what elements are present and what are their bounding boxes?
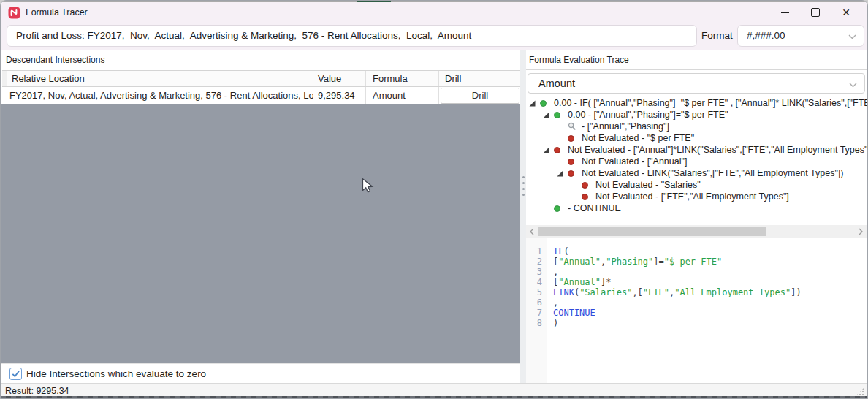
scrollbar-thumb[interactable] <box>538 227 766 236</box>
cell-drill: Drill <box>439 87 520 104</box>
drill-button[interactable]: Drill <box>441 88 519 104</box>
trace-item-text: Not Evaluated - "$ per FTE" <box>582 133 694 143</box>
chevron-down-icon <box>849 83 857 88</box>
window-header: Formula Tracer ✕ Profit and Loss: FY2017… <box>1 2 867 50</box>
format-label: Format <box>701 25 733 47</box>
evaluated-dot-icon <box>554 112 564 118</box>
trace-item-text: Not Evaluated - "Salaries" <box>595 180 701 190</box>
column-header-value[interactable]: Value <box>313 71 366 86</box>
empty-grid-area <box>1 104 520 363</box>
code-line: , <box>553 297 868 308</box>
resize-grip-icon[interactable] <box>856 387 864 396</box>
formula-evaluation-trace-panel: Formula Evaluation Trace Amount 0.00 - I… <box>526 50 868 383</box>
scroll-left-arrow-icon[interactable] <box>528 227 536 235</box>
magnifier-icon <box>568 122 578 131</box>
checkmark-icon <box>11 369 20 379</box>
minimize-button[interactable] <box>769 2 800 23</box>
code-line: ) <box>553 318 868 328</box>
close-icon: ✕ <box>842 7 850 18</box>
format-select[interactable]: #,###.00 <box>737 25 864 47</box>
cell-relative-location: FY2017, Nov, Actual, Advertising & Marke… <box>7 87 313 104</box>
trace-item-text: 0.00 - ["Annual","Phasing"]="$ per FTE" <box>568 110 728 120</box>
line-number: 2 <box>526 256 547 267</box>
trace-tree-item[interactable]: Not Evaluated - "$ per FTE" <box>526 132 868 144</box>
panel-splitter[interactable] <box>520 50 526 383</box>
close-button[interactable]: ✕ <box>831 2 861 23</box>
trace-tree-item[interactable]: - CONTINUE <box>526 202 868 214</box>
left-panel-title: Descendant Intersections <box>6 55 104 65</box>
line-number: 7 <box>526 308 547 318</box>
divider <box>526 69 868 70</box>
not-evaluated-dot-icon <box>568 159 578 165</box>
chevron-down-icon <box>848 34 856 39</box>
line-number: 1 <box>526 246 547 256</box>
table-row[interactable]: FY2017, Nov, Actual, Advertising & Marke… <box>2 87 520 104</box>
trace-item-text: 0.00 - IF( ["Annual","Phasing"]="$ per F… <box>554 98 868 108</box>
trace-tree-item[interactable]: Not Evaluated - ["FTE","All Employment T… <box>526 191 868 202</box>
line-number: 3 <box>526 267 547 277</box>
code-line: ["Annual","Phasing"]="$ per FTE" <box>553 256 868 267</box>
background-bleed-bottom <box>1 396 867 398</box>
not-evaluated-dot-icon <box>554 147 564 153</box>
column-header-drill[interactable]: Drill <box>439 71 520 86</box>
context-input-value: Profit and Loss: FY2017, Nov, Actual, Ad… <box>7 26 696 46</box>
cell-formula: Amount <box>366 87 439 104</box>
trace-tree-item[interactable]: - ["Annual","Phasing"] <box>526 121 868 132</box>
hide-zero-row: Hide Intersections which evaluate to zer… <box>1 363 520 384</box>
hide-zero-label: Hide Intersections which evaluate to zer… <box>26 364 206 384</box>
line-number: 4 <box>526 277 547 287</box>
right-panel-title: Formula Evaluation Trace <box>529 55 629 65</box>
tree-horizontal-scrollbar[interactable] <box>526 225 867 238</box>
row-header-gutter <box>2 71 7 86</box>
tree-expander-icon[interactable] <box>557 170 568 177</box>
tree-expander-icon[interactable] <box>529 100 540 107</box>
not-evaluated-dot-icon <box>568 170 578 177</box>
splitter-grip-icon <box>522 176 525 178</box>
trace-tree-item[interactable]: Not Evaluated - "Salaries" <box>526 179 868 191</box>
code-line: ["Annual"]* <box>553 277 868 287</box>
code-line: IF( <box>553 246 868 256</box>
not-evaluated-dot-icon <box>582 194 592 200</box>
code-lines: IF(["Annual","Phasing"]="$ per FTE",["An… <box>553 238 868 392</box>
grid-header-row: Relative Location Value Formula Drill <box>2 70 520 87</box>
window-title: Formula Tracer <box>26 2 88 23</box>
trace-item-text: Not Evaluated - ["FTE","All Employment T… <box>595 191 789 202</box>
formula-code-editor[interactable]: 12345678 IF(["Annual","Phasing"]="$ per … <box>526 238 868 383</box>
tree-expander-icon[interactable] <box>543 112 554 118</box>
hide-zero-checkbox[interactable] <box>9 368 22 380</box>
descendant-intersections-panel: Descendant Intersections Relative Locati… <box>1 50 520 383</box>
app-logo-icon <box>8 7 20 19</box>
trace-item-text: - ["Annual","Phasing"] <box>582 121 669 132</box>
row-header-gutter <box>2 87 7 104</box>
trace-target-select[interactable]: Amount <box>528 73 865 94</box>
maximize-button[interactable] <box>800 2 831 23</box>
column-header-relative-location[interactable]: Relative Location <box>7 71 313 86</box>
code-line: , <box>553 267 868 277</box>
trace-tree-item[interactable]: Not Evaluated - ["Annual"]*LINK("Salarie… <box>526 144 868 156</box>
maximize-icon <box>811 8 820 17</box>
not-evaluated-dot-icon <box>582 182 592 189</box>
context-input[interactable]: Profit and Loss: FY2017, Nov, Actual, Ad… <box>7 25 697 47</box>
trace-tree-item[interactable]: Not Evaluated - ["Annual"] <box>526 156 868 167</box>
minimize-icon <box>781 12 789 13</box>
trace-item-text: - CONTINUE <box>568 203 621 213</box>
not-evaluated-dot-icon <box>568 135 578 142</box>
line-number-gutter: 12345678 <box>526 238 547 383</box>
format-select-value: #,###.00 <box>738 26 864 46</box>
trace-item-text: Not Evaluated - ["Annual"]*LINK("Salarie… <box>568 145 868 155</box>
trace-tree-item[interactable]: 0.00 - ["Annual","Phasing"]="$ per FTE" <box>526 109 868 121</box>
window-controls: ✕ <box>769 2 861 23</box>
trace-item-text: Not Evaluated - LINK("Salaries",["FTE","… <box>582 168 843 178</box>
line-number: 5 <box>526 287 547 297</box>
trace-item-text: Not Evaluated - ["Annual"] <box>582 156 687 167</box>
tree-expander-icon[interactable] <box>543 147 554 153</box>
trace-target-value: Amount <box>528 74 864 93</box>
trace-tree-item[interactable]: 0.00 - IF( ["Annual","Phasing"]="$ per F… <box>526 97 868 109</box>
column-header-formula[interactable]: Formula <box>366 71 439 86</box>
mouse-cursor <box>362 178 376 194</box>
evaluated-dot-icon <box>540 100 550 107</box>
trace-tree-item[interactable]: Not Evaluated - LINK("Salaries",["FTE","… <box>526 167 868 179</box>
formula-tracer-window: Formula Tracer ✕ Profit and Loss: FY2017… <box>0 0 868 399</box>
main-area: Descendant Intersections Relative Locati… <box>1 50 867 383</box>
scroll-right-arrow-icon[interactable] <box>856 227 865 235</box>
